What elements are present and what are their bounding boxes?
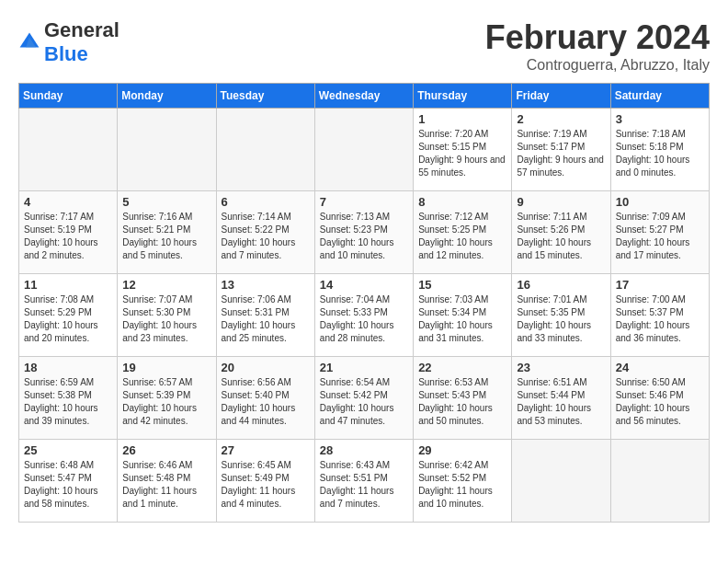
calendar-cell: 24Sunrise: 6:50 AMSunset: 5:46 PMDayligh… (610, 357, 709, 440)
page-header: General Blue February 2024 Controguerra,… (18, 18, 710, 74)
header-row: SundayMondayTuesdayWednesdayThursdayFrid… (19, 84, 710, 109)
calendar-cell: 5Sunrise: 7:16 AMSunset: 5:21 PMDaylight… (118, 191, 216, 274)
calendar-cell: 12Sunrise: 7:07 AMSunset: 5:30 PMDayligh… (118, 274, 216, 357)
day-number: 15 (418, 278, 506, 292)
day-number: 11 (24, 278, 112, 292)
calendar-cell: 13Sunrise: 7:06 AMSunset: 5:31 PMDayligh… (216, 274, 314, 357)
calendar-cell: 11Sunrise: 7:08 AMSunset: 5:29 PMDayligh… (19, 274, 118, 357)
week-row: 1Sunrise: 7:20 AMSunset: 5:15 PMDaylight… (19, 109, 710, 191)
calendar-cell: 16Sunrise: 7:01 AMSunset: 5:35 PMDayligh… (512, 274, 610, 357)
day-number: 4 (24, 195, 112, 209)
calendar-table: SundayMondayTuesdayWednesdayThursdayFrid… (18, 83, 710, 523)
day-number: 22 (418, 361, 506, 374)
day-number: 29 (418, 443, 506, 457)
day-number: 23 (517, 361, 605, 374)
day-number: 14 (320, 278, 408, 292)
day-number: 12 (122, 278, 210, 292)
day-info: Sunrise: 6:45 AMSunset: 5:49 PMDaylight:… (222, 459, 310, 511)
calendar-cell: 19Sunrise: 6:57 AMSunset: 5:39 PMDayligh… (118, 357, 216, 440)
calendar-cell: 7Sunrise: 7:13 AMSunset: 5:23 PMDaylight… (314, 191, 413, 274)
column-header-tuesday: Tuesday (216, 84, 314, 109)
day-info: Sunrise: 7:17 AMSunset: 5:19 PMDaylight:… (24, 211, 112, 262)
column-header-thursday: Thursday (414, 84, 512, 109)
day-info: Sunrise: 6:43 AMSunset: 5:51 PMDaylight:… (320, 459, 408, 511)
day-number: 5 (122, 195, 210, 209)
logo-icon (18, 31, 40, 53)
day-info: Sunrise: 6:46 AMSunset: 5:48 PMDaylight:… (122, 459, 210, 511)
day-info: Sunrise: 6:54 AMSunset: 5:42 PMDaylight:… (320, 376, 408, 428)
day-info: Sunrise: 6:50 AMSunset: 5:46 PMDaylight:… (616, 376, 704, 428)
calendar-cell: 23Sunrise: 6:51 AMSunset: 5:44 PMDayligh… (512, 357, 610, 440)
day-number: 28 (320, 443, 408, 457)
day-info: Sunrise: 6:42 AMSunset: 5:52 PMDaylight:… (418, 459, 506, 511)
day-info: Sunrise: 7:18 AMSunset: 5:18 PMDaylight:… (616, 128, 704, 179)
calendar-cell: 17Sunrise: 7:00 AMSunset: 5:37 PMDayligh… (610, 274, 709, 357)
logo-blue: Blue (44, 42, 88, 65)
day-info: Sunrise: 7:04 AMSunset: 5:33 PMDaylight:… (320, 293, 408, 345)
day-number: 8 (418, 195, 506, 209)
day-number: 10 (616, 195, 704, 209)
calendar-cell: 28Sunrise: 6:43 AMSunset: 5:51 PMDayligh… (314, 440, 413, 523)
day-info: Sunrise: 7:19 AMSunset: 5:17 PMDaylight:… (517, 128, 605, 179)
day-number: 3 (616, 112, 704, 126)
day-info: Sunrise: 7:20 AMSunset: 5:15 PMDaylight:… (418, 128, 506, 179)
day-info: Sunrise: 6:51 AMSunset: 5:44 PMDaylight:… (517, 376, 605, 428)
day-number: 21 (320, 361, 408, 374)
calendar-cell: 4Sunrise: 7:17 AMSunset: 5:19 PMDaylight… (19, 191, 118, 274)
day-info: Sunrise: 7:09 AMSunset: 5:27 PMDaylight:… (616, 211, 704, 262)
day-info: Sunrise: 7:16 AMSunset: 5:21 PMDaylight:… (122, 211, 210, 262)
day-info: Sunrise: 7:08 AMSunset: 5:29 PMDaylight:… (24, 293, 112, 345)
week-row: 4Sunrise: 7:17 AMSunset: 5:19 PMDaylight… (19, 191, 710, 274)
day-number: 24 (616, 361, 704, 374)
day-info: Sunrise: 7:14 AMSunset: 5:22 PMDaylight:… (222, 211, 310, 262)
day-number: 17 (616, 278, 704, 292)
calendar-cell: 14Sunrise: 7:04 AMSunset: 5:33 PMDayligh… (314, 274, 413, 357)
day-number: 16 (517, 278, 605, 292)
calendar-cell (118, 109, 216, 191)
calendar-cell: 10Sunrise: 7:09 AMSunset: 5:27 PMDayligh… (610, 191, 709, 274)
calendar-cell: 26Sunrise: 6:46 AMSunset: 5:48 PMDayligh… (118, 440, 216, 523)
column-header-saturday: Saturday (610, 84, 709, 109)
calendar-cell: 3Sunrise: 7:18 AMSunset: 5:18 PMDaylight… (610, 109, 709, 191)
calendar-cell: 25Sunrise: 6:48 AMSunset: 5:47 PMDayligh… (19, 440, 118, 523)
column-header-monday: Monday (118, 84, 216, 109)
day-info: Sunrise: 7:00 AMSunset: 5:37 PMDaylight:… (616, 293, 704, 345)
day-number: 27 (222, 443, 310, 457)
calendar-cell: 20Sunrise: 6:56 AMSunset: 5:40 PMDayligh… (216, 357, 314, 440)
week-row: 25Sunrise: 6:48 AMSunset: 5:47 PMDayligh… (19, 440, 710, 523)
day-number: 7 (320, 195, 408, 209)
calendar-cell: 29Sunrise: 6:42 AMSunset: 5:52 PMDayligh… (414, 440, 512, 523)
month-title: February 2024 (485, 18, 710, 57)
calendar-cell: 9Sunrise: 7:11 AMSunset: 5:26 PMDaylight… (512, 191, 610, 274)
location-title: Controguerra, Abruzzo, Italy (485, 57, 710, 74)
day-number: 2 (517, 112, 605, 126)
week-row: 11Sunrise: 7:08 AMSunset: 5:29 PMDayligh… (19, 274, 710, 357)
title-area: February 2024 Controguerra, Abruzzo, Ita… (485, 18, 710, 74)
day-number: 9 (517, 195, 605, 209)
day-info: Sunrise: 6:53 AMSunset: 5:43 PMDaylight:… (418, 376, 506, 428)
day-info: Sunrise: 6:57 AMSunset: 5:39 PMDaylight:… (122, 376, 210, 428)
calendar-cell: 21Sunrise: 6:54 AMSunset: 5:42 PMDayligh… (314, 357, 413, 440)
calendar-cell (314, 109, 413, 191)
day-number: 25 (24, 443, 112, 457)
day-info: Sunrise: 6:48 AMSunset: 5:47 PMDaylight:… (24, 459, 112, 511)
day-info: Sunrise: 7:01 AMSunset: 5:35 PMDaylight:… (517, 293, 605, 345)
logo-text: General Blue (44, 18, 119, 66)
calendar-cell (512, 440, 610, 523)
day-number: 1 (418, 112, 506, 126)
day-info: Sunrise: 6:56 AMSunset: 5:40 PMDaylight:… (222, 376, 310, 428)
calendar-cell: 2Sunrise: 7:19 AMSunset: 5:17 PMDaylight… (512, 109, 610, 191)
calendar-cell: 6Sunrise: 7:14 AMSunset: 5:22 PMDaylight… (216, 191, 314, 274)
calendar-cell: 15Sunrise: 7:03 AMSunset: 5:34 PMDayligh… (414, 274, 512, 357)
day-number: 19 (122, 361, 210, 374)
day-number: 6 (222, 195, 310, 209)
day-info: Sunrise: 7:11 AMSunset: 5:26 PMDaylight:… (517, 211, 605, 262)
day-number: 18 (24, 361, 112, 374)
day-number: 26 (122, 443, 210, 457)
calendar-cell: 8Sunrise: 7:12 AMSunset: 5:25 PMDaylight… (414, 191, 512, 274)
day-number: 20 (222, 361, 310, 374)
column-header-wednesday: Wednesday (314, 84, 413, 109)
calendar-cell: 18Sunrise: 6:59 AMSunset: 5:38 PMDayligh… (19, 357, 118, 440)
calendar-cell: 22Sunrise: 6:53 AMSunset: 5:43 PMDayligh… (414, 357, 512, 440)
day-info: Sunrise: 7:13 AMSunset: 5:23 PMDaylight:… (320, 211, 408, 262)
